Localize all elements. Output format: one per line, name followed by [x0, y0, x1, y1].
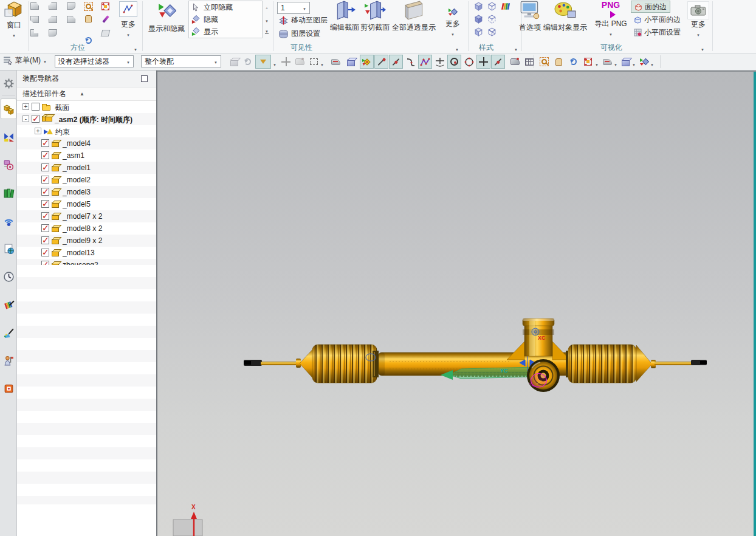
visualization-group-dropdown[interactable] [701, 44, 704, 53]
tree-row[interactable]: _model9 x 2 [17, 235, 156, 247]
visibility-more-button[interactable]: 更多 [442, 7, 463, 38]
constraint-icon[interactable] [293, 55, 307, 69]
facet-settings-button[interactable]: 小平面设置 [631, 26, 684, 38]
selection-filter-funnel-button[interactable] [255, 55, 271, 69]
view-orient-icon-7[interactable] [30, 29, 38, 36]
rectangle-select-icon[interactable] [307, 55, 321, 69]
tree-row[interactable]: _model2 [17, 174, 156, 186]
move-to-layer-button[interactable]: 移动至图层 [278, 15, 328, 26]
pan-icon[interactable] [85, 15, 92, 22]
visibility-checkbox[interactable] [41, 188, 49, 196]
expander-toggle[interactable]: - [22, 115, 29, 122]
wireframe-hidden-style-icon[interactable] [487, 15, 497, 24]
snap-arc-center-icon[interactable] [447, 55, 461, 69]
view-orient-icon-5[interactable] [49, 16, 57, 23]
snap-quadrant-icon[interactable] [462, 55, 476, 69]
tree-item-label[interactable]: 约束 [55, 127, 70, 137]
zoom-area-button[interactable] [537, 55, 551, 69]
clip-section-button[interactable]: 剪切截面 [360, 0, 390, 33]
show-through-all-button[interactable]: 全部通透显示 [391, 0, 436, 33]
shaded-style-icon[interactable] [473, 2, 484, 11]
body-select-icon[interactable] [344, 55, 358, 69]
tree-row[interactable]: _model1 [17, 162, 156, 174]
display-mode-dropdown[interactable] [632, 60, 636, 68]
move-component-icon[interactable] [241, 55, 255, 69]
tree-row[interactable]: _model7 x 2 [17, 210, 156, 222]
show-button[interactable]: 显示 [189, 26, 262, 38]
tree-row[interactable]: +截面 [17, 101, 156, 113]
snap-midpoint-icon[interactable] [389, 55, 403, 69]
gallery-down-arrow[interactable] [265, 16, 269, 24]
visibility-checkbox[interactable] [41, 224, 49, 232]
assembly-constraints-icon[interactable] [227, 55, 241, 69]
visibility-group-dropdown[interactable] [455, 44, 459, 53]
visual-reports-tab[interactable] [1, 294, 16, 315]
bellows-boot-right[interactable] [566, 345, 652, 383]
snap-point-on-line-icon[interactable] [491, 55, 505, 69]
snap-point-on-curve-icon[interactable] [404, 55, 418, 69]
tree-row[interactable]: -_asm2 (顺序: 时间顺序) [17, 113, 156, 125]
visibility-checkbox[interactable] [41, 212, 49, 220]
selection-filter-combo[interactable]: 没有选择过滤器 [55, 55, 134, 67]
face-edges-button[interactable]: 面的边 [631, 1, 670, 13]
touch-mode-tab[interactable] [1, 378, 16, 399]
gallery-expand-arrow[interactable] [265, 29, 269, 34]
visibility-checkbox[interactable] [41, 151, 49, 159]
web-browser-tab[interactable] [1, 238, 16, 259]
orientation-group-dropdown[interactable] [134, 44, 137, 53]
studio-style-icon[interactable] [487, 27, 497, 36]
tree-item-label[interactable]: 截面 [55, 103, 69, 113]
snap-existing-point-icon[interactable] [476, 55, 490, 69]
tree-item-label[interactable]: _model1 [63, 163, 91, 172]
tree-item-label[interactable]: _model4 [63, 139, 91, 148]
steering-rack-assembly[interactable]: YC XC [157, 72, 756, 536]
preferences-button[interactable]: 首选项 [517, 0, 543, 33]
hd3d-tools-tab[interactable] [1, 210, 16, 231]
render-style-dropdown[interactable] [614, 60, 617, 68]
view-orient-icon-8[interactable] [49, 29, 57, 36]
visibility-checkbox[interactable] [41, 200, 49, 208]
display-mode-button[interactable] [619, 55, 633, 69]
view-orient-icon-4[interactable] [30, 16, 39, 23]
immediate-hide-button[interactable]: 立即隐藏 [189, 1, 262, 13]
tree-item-label[interactable]: _model13 [63, 249, 95, 257]
expander-toggle[interactable]: + [22, 103, 29, 110]
render-style-button[interactable] [600, 55, 614, 69]
fit-window-button[interactable] [581, 55, 595, 69]
tie-rod-right[interactable] [651, 360, 707, 368]
tree-row[interactable]: _model4 [17, 137, 156, 149]
assembly-navigator-tab[interactable] [1, 98, 16, 119]
visibility-checkbox[interactable] [41, 236, 49, 244]
visibility-checkbox[interactable] [41, 176, 49, 184]
tree-item-label[interactable]: _asm2 (顺序: 时间顺序) [55, 115, 132, 125]
view-orient-icon-1[interactable] [30, 2, 39, 10]
wcs-triad[interactable]: X [173, 504, 202, 536]
palette-wand-tab[interactable] [1, 322, 16, 343]
panel-float-button[interactable] [141, 75, 148, 82]
edit-section-button[interactable]: 编辑截面 [329, 0, 360, 33]
work-layer-combo[interactable]: 1 [277, 2, 310, 14]
edit-object-display-button[interactable]: 编辑对象显示 [542, 0, 588, 33]
selection-scope-combo[interactable]: 整个装配 [141, 55, 221, 67]
part-navigator-tab[interactable] [1, 154, 16, 175]
show-hide-button[interactable]: 显示和隐藏 [146, 1, 187, 34]
half-shaded-style-icon[interactable] [473, 27, 484, 36]
hide-button[interactable]: 隐藏 [189, 13, 262, 26]
tree-item-label[interactable]: _asm1 [63, 151, 84, 160]
visualization-more-button[interactable]: 更多 [687, 1, 710, 38]
navigator-settings-button[interactable] [1, 73, 16, 94]
visibility-checkbox[interactable] [32, 115, 40, 123]
rotate-button[interactable] [566, 55, 580, 69]
visibility-checkbox[interactable] [41, 163, 49, 171]
sheet-view-icon[interactable] [101, 30, 111, 36]
general-object-icon[interactable] [329, 55, 343, 69]
zoom-icon[interactable] [84, 2, 93, 11]
graphics-viewport[interactable]: YC XC [157, 70, 756, 536]
snap-point-enable-icon[interactable] [360, 55, 374, 69]
visibility-checkbox[interactable] [41, 249, 49, 256]
layer-settings-button[interactable]: 图层设置 [278, 29, 320, 39]
view-orient-icon-3[interactable] [67, 2, 75, 10]
annotate-icon[interactable] [102, 15, 109, 23]
solid-style-icon[interactable] [473, 15, 484, 24]
view-orient-icon-6[interactable] [67, 16, 75, 23]
